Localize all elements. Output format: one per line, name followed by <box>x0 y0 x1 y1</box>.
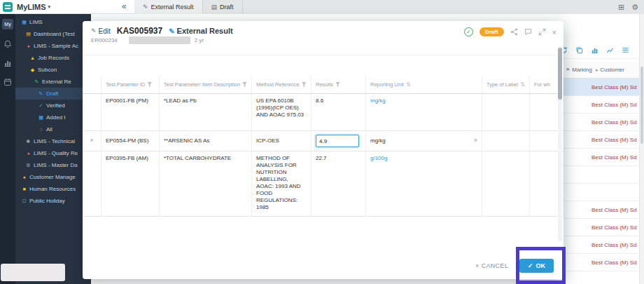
customer-cell: Best Class (M) Sd <box>592 137 636 143</box>
nav-item-draft[interactable]: ✎Draft <box>15 88 91 100</box>
filter-icon[interactable] <box>335 82 340 88</box>
customers-icon: ● <box>21 175 27 180</box>
tab-label: Draft <box>220 4 234 11</box>
nav-item-lims[interactable]: ▦LIMS <box>15 16 91 28</box>
result-input[interactable] <box>316 135 359 147</box>
share-icon[interactable] <box>510 28 518 36</box>
labelling-cell <box>482 151 530 217</box>
list-icon[interactable] <box>622 46 629 54</box>
calendar-icon[interactable] <box>4 78 12 86</box>
col-header-label: Results <box>316 81 333 88</box>
module-icon: ▦ <box>21 20 27 25</box>
nav-item-label: Customer Manage <box>29 174 76 180</box>
result-cell[interactable]: 22.7 <box>312 151 366 217</box>
close-icon[interactable]: × <box>552 28 556 36</box>
col-header-label: Reporting Unit <box>370 81 404 88</box>
col-header-method[interactable]: Method Reference <box>252 76 312 94</box>
copy-icon[interactable] <box>575 46 583 54</box>
modal-actions: ✓ Draft × <box>464 27 556 36</box>
nav-item-sample-admin[interactable]: ●LIMS - Sample Ac <box>15 40 91 52</box>
clear-button[interactable]: × <box>474 137 477 144</box>
analytics-chart-icon[interactable] <box>4 59 12 67</box>
tools-icon: ✱ <box>25 139 31 144</box>
labelling-cell <box>482 94 530 131</box>
modal-scrollbar[interactable] <box>558 46 562 241</box>
unit-link[interactable]: g/100g <box>370 155 387 161</box>
settings-gear-icon[interactable]: ⚙ <box>631 3 638 12</box>
ok-label: OK <box>536 262 546 269</box>
nav-item-all[interactable]: ○All <box>15 123 91 135</box>
nav-item-label: External Re <box>42 79 71 85</box>
col-header-results[interactable]: Results <box>312 76 366 94</box>
pencil-icon: ✎ <box>34 79 40 85</box>
external-result-modal: ✎ Edit KAS005937 ✎ External Result ER000… <box>83 21 564 279</box>
nav-item-job-records[interactable]: ▲Job Records <box>15 52 91 64</box>
nav-item-added[interactable]: ▦Added t <box>15 111 91 123</box>
page-scrollbar[interactable] <box>639 14 644 284</box>
bar-chart-icon[interactable] <box>591 46 598 54</box>
scrollbar-thumb[interactable] <box>558 48 562 100</box>
filter-icon[interactable] <box>242 82 247 88</box>
filter-icon[interactable] <box>302 82 307 88</box>
filter-icon[interactable] <box>147 82 152 88</box>
col-header-description[interactable]: Test Parameter/ Item Description <box>160 76 252 94</box>
brand-menu[interactable]: MyLIMS ▾ <box>17 3 50 11</box>
status-badge: Draft <box>479 27 504 36</box>
nav-item-external-result[interactable]: ✎External Re <box>15 76 91 88</box>
nav-item-label: Subcon <box>38 67 57 73</box>
tab-draft[interactable]: ▤ Draft <box>203 0 243 14</box>
tab-external-result[interactable]: ✎ External Result <box>134 0 203 14</box>
column-header-label: Customer <box>600 67 624 73</box>
col-header-label: Type of Labelling <box>486 81 518 88</box>
page-icon: ▤ <box>211 4 218 11</box>
customer-cell: Best Class (M) Sd <box>592 84 636 90</box>
holiday-icon: □ <box>21 198 27 203</box>
nav-item-quality[interactable]: ●LIMS - Quality Re <box>15 147 91 159</box>
row-remove-button[interactable]: × <box>83 131 102 151</box>
column-header-customer[interactable]: ● Customer <box>595 67 624 73</box>
expand-icon[interactable] <box>538 28 546 36</box>
scrollbar-thumb[interactable] <box>640 67 643 144</box>
nav-item-subcon[interactable]: ◆Subcon <box>15 64 91 76</box>
hr-icon: ■ <box>21 187 27 191</box>
unit-link[interactable]: mg/kg <box>370 97 386 104</box>
col-header-reporting-unit[interactable]: Reporting Unit⇅ <box>366 76 482 94</box>
circle-icon: ○ <box>38 127 44 132</box>
line-chart-icon[interactable] <box>606 46 614 54</box>
customer-cell: Best Class (M) Sd <box>592 242 636 248</box>
param-id-cell: EP0001-FB (PM) <box>102 94 160 131</box>
nav-item-dashboard[interactable]: ▤Dashboard (Test <box>15 28 91 40</box>
results-table: Test Paramter ID Test Parameter/ Item De… <box>83 76 564 217</box>
app-root: MyLIMS ▾ « ✎ External Result ▤ Draft ⊞ ⚙… <box>0 0 644 284</box>
cancel-button[interactable]: × CANCEL <box>475 262 508 269</box>
description-cell: **ARSENIC AS As <box>160 131 252 151</box>
nav-item-customer-management[interactable]: ●Customer Manage <box>15 171 91 183</box>
sort-icon[interactable]: ⇅ <box>406 81 411 88</box>
record-age: 2 yr <box>195 37 204 43</box>
modal-subheader: ER000234 2 yr <box>83 36 564 44</box>
person-icon: ● <box>595 67 598 72</box>
unit-value[interactable]: mg/kg <box>370 137 386 144</box>
collapse-sidebar-button[interactable]: « <box>122 1 127 11</box>
nav-item-human-resources[interactable]: ■Human Resources <box>15 183 91 195</box>
result-cell[interactable]: 8.6 <box>312 94 366 131</box>
notifications-bell-icon[interactable] <box>4 40 12 48</box>
col-header-labelling[interactable]: Type of Labelling⇅ <box>482 76 530 94</box>
nav-item-label: Added t <box>46 114 66 121</box>
ok-button[interactable]: ✓ OK <box>519 259 554 273</box>
dashboard-icon: ▤ <box>25 32 31 37</box>
sort-icon[interactable]: ⇅ <box>520 81 525 88</box>
edit-button[interactable]: ✎ Edit <box>91 27 111 35</box>
column-header-marking[interactable]: ⚑ Marking <box>566 67 592 73</box>
nav-item-verified[interactable]: ✓Verified <box>15 100 91 111</box>
comment-icon[interactable] <box>524 28 532 36</box>
nav-item-technical[interactable]: ✱LIMS - Technical <box>15 135 91 147</box>
results-table-header: Test Paramter ID Test Parameter/ Item De… <box>83 76 564 94</box>
nav-item-label: Draft <box>46 90 58 97</box>
check-icon: ✓ <box>528 262 533 269</box>
nav-item-public-holiday[interactable]: □Public Holiday <box>15 195 91 207</box>
nav-item-master-data[interactable]: ⚙LIMS - Master Da <box>15 159 91 171</box>
col-header-param-id[interactable]: Test Paramter ID <box>102 76 160 94</box>
profile-avatar[interactable]: My <box>2 19 13 29</box>
apps-grid-icon[interactable]: ⊞ <box>618 3 624 12</box>
